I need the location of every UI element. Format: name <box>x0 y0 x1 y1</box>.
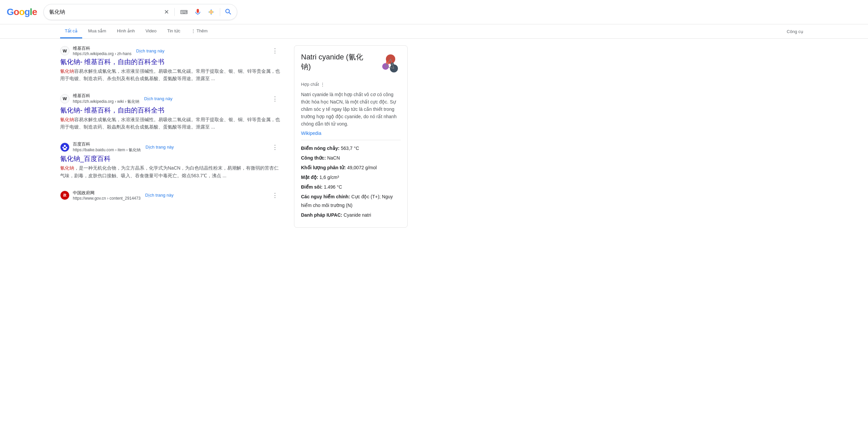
logo-letter-e: e <box>32 7 37 17</box>
svg-point-2 <box>64 145 66 147</box>
result-source: 百度百科 https://baike.baidu.com › item › 氰化… <box>60 141 281 153</box>
kp-row: Mật độ: 1,6 g/cm³ <box>301 173 401 181</box>
logo-letter-g: G <box>7 7 14 17</box>
result-url: https://zh.wikipedia.org › wiki › 氰化钠 <box>73 99 139 104</box>
result-menu-button[interactable]: ⋮ <box>269 94 281 104</box>
search-icon-group: ✕ ⌨ <box>163 7 231 17</box>
kp-row: Công thức: NaCN <box>301 154 401 162</box>
tab-video[interactable]: Video <box>141 24 161 38</box>
kp-row-label: Mật độ: <box>301 175 318 180</box>
kp-row-value: 49,0072 g/mol <box>347 165 377 170</box>
result-translate-link[interactable]: Dịch trang này <box>136 48 164 54</box>
kp-row: Các nguy hiểm chính: Cực độc (T+); Nguy … <box>301 193 401 209</box>
kp-divider <box>301 140 401 140</box>
kp-type: Hợp chất ⋮ <box>301 82 401 87</box>
logo-letter-g2: g <box>24 7 30 17</box>
result-translate-link[interactable]: Dịch trang này <box>145 193 174 198</box>
results-column: W 维基百科 https://zh.wikipedia.org › zh-han… <box>60 45 281 228</box>
kp-row-label: Điểm nóng chảy: <box>301 145 339 151</box>
kp-row-label: Danh pháp IUPAC: <box>301 212 342 218</box>
search-input[interactable] <box>49 9 159 15</box>
result-url: https://zh.wikipedia.org › zh-hans <box>73 52 131 56</box>
result-snippet: 氰化钠容易水解生成氰化氢，水溶液呈强碱性。易吸收二氧化碳。常用于提取金、银、铜、… <box>60 116 281 131</box>
snippet-text: 容易水解生成氰化氢，水溶液呈强碱性。易吸收二氧化碳。常用于提取金、银、铜、锌等贵… <box>60 68 280 81</box>
tab-shopping[interactable]: Mua sắm <box>84 24 111 38</box>
result-item: W 维基百科 https://zh.wikipedia.org › zh-han… <box>60 45 281 82</box>
result-favicon: W <box>60 46 69 56</box>
voice-search-button[interactable] <box>193 7 203 17</box>
result-title[interactable]: 氰化钠_百度百科 <box>60 154 281 163</box>
tab-all[interactable]: Tất cả <box>60 24 82 38</box>
header: Google ✕ ⌨ <box>0 0 868 24</box>
result-title[interactable]: 氰化钠- 维基百科，自由的百科全书 <box>60 58 281 66</box>
knowledge-panel: Natri cyanide (氰化钠) Hợp chất ⋮ Natri cya <box>294 45 408 228</box>
search-bar: ✕ ⌨ <box>43 4 237 20</box>
kp-row-label: Điểm sôi: <box>301 184 322 190</box>
result-site-name: 百度百科 <box>73 141 141 147</box>
tools-button[interactable]: Công cụ <box>782 25 808 38</box>
logo-letter-o1: o <box>14 7 19 17</box>
lens-search-button[interactable] <box>207 7 216 17</box>
result-site-name: 维基百科 <box>73 93 139 99</box>
result-translate-link[interactable]: Dịch trang này <box>145 144 174 149</box>
svg-point-1 <box>211 11 212 12</box>
kp-row: Danh pháp IUPAC: Cyanide natri <box>301 211 401 220</box>
snippet-highlight: 氰化钠 <box>60 68 74 74</box>
snippet-highlight: 氰化钠 <box>60 117 74 122</box>
result-url: https://www.gov.cn › content_2914473 <box>73 196 141 201</box>
kp-row: Điểm nóng chảy: 563,7 °C <box>301 144 401 153</box>
result-menu-button[interactable]: ⋮ <box>269 190 281 200</box>
result-url: https://baike.baidu.com › item › 氰化钠 <box>73 147 141 153</box>
tab-news[interactable]: Tin tức <box>162 24 185 38</box>
result-source-info: 中国政府网 https://www.gov.cn › content_29144… <box>73 190 141 201</box>
logo-letter-o2: o <box>19 7 24 17</box>
result-site-name: 维基百科 <box>73 45 131 52</box>
kp-row-value: 563,7 °C <box>341 145 359 151</box>
svg-point-5 <box>63 148 66 150</box>
clear-button[interactable]: ✕ <box>163 7 170 17</box>
kp-row-value: NaCN <box>327 155 340 161</box>
result-translate-link[interactable]: Dịch trang này <box>144 96 173 101</box>
result-source: W 维基百科 https://zh.wikipedia.org › zh-han… <box>60 45 281 56</box>
kp-row-label: Các nguy hiểm chính: <box>301 194 350 199</box>
kp-wiki-link[interactable]: Wikipedia <box>301 131 321 136</box>
kp-row-value: 1,6 g/cm³ <box>319 175 339 180</box>
svg-point-4 <box>66 147 67 148</box>
result-menu-button[interactable]: ⋮ <box>269 46 281 56</box>
kp-description: Natri cyanide là một hợp chất vô cơ có c… <box>301 91 401 128</box>
tab-more[interactable]: ⋮ Thêm <box>186 24 213 38</box>
result-item: 百度百科 https://baike.baidu.com › item › 氰化… <box>60 141 281 179</box>
kp-row-label: Khối lượng phân tử: <box>301 165 346 170</box>
nav-tabs: Tất cả Mua sắm Hình ảnh Video Tin tức ⋮ … <box>0 24 868 39</box>
tab-images[interactable]: Hình ảnh <box>112 24 140 38</box>
result-snippet: 氰化钠，是一种无机化合物，为立方晶系，化学式为NaCN，为白色结晶性粉末，易潮解… <box>60 164 281 179</box>
kp-row: Khối lượng phân tử: 49,0072 g/mol <box>301 164 401 172</box>
snippet-highlight: 氰化钠 <box>60 165 74 171</box>
kp-row: Điểm sôi: 1.496 °C <box>301 183 401 191</box>
svg-point-3 <box>62 147 64 148</box>
kp-image <box>374 53 401 79</box>
snippet-text: 容易水解生成氰化氢，水溶液呈强碱性。易吸收二氧化碳。常用于提取金、银、铜、锌等贵… <box>60 117 280 130</box>
search-divider <box>175 8 175 16</box>
kp-title: Natri cyanide (氰化钠) <box>301 53 370 71</box>
keyboard-icon-button[interactable]: ⌨ <box>179 8 189 17</box>
result-favicon: 政 <box>60 191 69 200</box>
result-favicon <box>60 142 69 152</box>
logo-letter-l: l <box>30 7 32 17</box>
result-site-name: 中国政府网 <box>73 190 141 196</box>
kp-type-menu-icon[interactable]: ⋮ <box>320 82 325 87</box>
result-item: W 维基百科 https://zh.wikipedia.org › wiki ›… <box>60 93 281 131</box>
result-snippet: 氰化钠容易水解生成氰化氢，水溶液呈强碱性。易吸收二氧化碳。常用于提取金、银、铜、… <box>60 67 281 82</box>
kp-row-value: 1.496 °C <box>324 184 342 190</box>
result-menu-button[interactable]: ⋮ <box>269 142 281 152</box>
result-item: 政 中国政府网 https://www.gov.cn › content_291… <box>60 190 281 201</box>
result-source-info: 维基百科 https://zh.wikipedia.org › wiki › 氰… <box>73 93 139 104</box>
kp-row-label: Công thức: <box>301 155 326 161</box>
kp-header: Natri cyanide (氰化钠) <box>301 53 401 79</box>
search-divider-2 <box>220 8 220 16</box>
snippet-text: ，是一种无机化合物，为立方晶系，化学式为NaCN，为白色结晶性粉末，易潮解，有微… <box>60 165 279 178</box>
result-source-info: 维基百科 https://zh.wikipedia.org › zh-hans <box>73 45 131 56</box>
result-favicon: W <box>60 94 69 103</box>
search-submit-button[interactable] <box>224 8 231 17</box>
result-title[interactable]: 氰化钠- 维基百科，自由的百科全书 <box>60 106 281 114</box>
